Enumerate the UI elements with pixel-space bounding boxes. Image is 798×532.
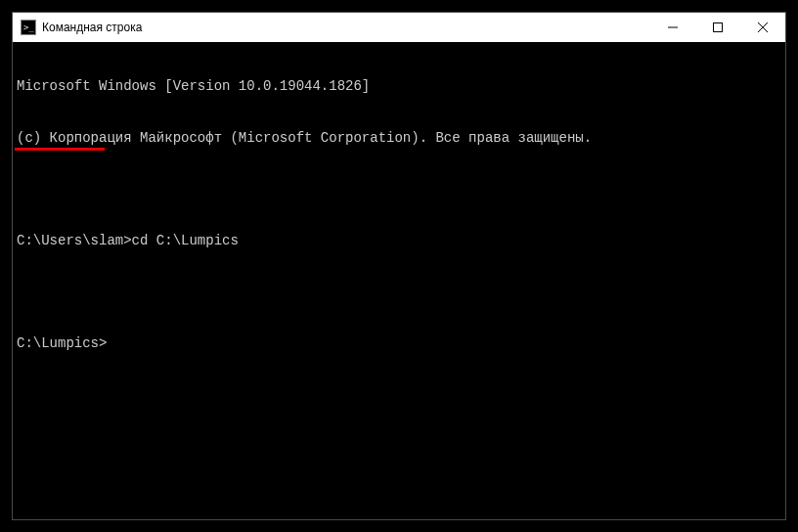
minimize-button[interactable] [650,13,695,42]
close-button[interactable] [740,13,785,42]
terminal-area[interactable]: Microsoft Windows [Version 10.0.19044.18… [13,42,785,519]
window-controls [650,13,785,42]
terminal-line: C:\Users\slam>cd C:\Lumpics [17,233,781,250]
terminal-line: Microsoft Windows [Version 10.0.19044.18… [17,78,781,96]
window-title: Командная строка [42,21,650,34]
maximize-button[interactable] [695,13,740,42]
titlebar[interactable]: >_ Командная строка [13,13,785,42]
terminal-prompt-line: C:\Lumpics> [17,335,781,353]
highlight-underline [15,148,105,151]
terminal-line [17,181,781,199]
svg-rect-4 [714,23,723,32]
command-prompt-window: >_ Командная строка Microsoft Windows [V… [12,12,786,520]
cmd-app-icon: >_ [21,20,36,35]
terminal-line [17,284,781,301]
terminal-line: (c) Корпорация Майкрософт (Microsoft Cor… [17,130,781,148]
svg-text:>_: >_ [23,22,34,32]
